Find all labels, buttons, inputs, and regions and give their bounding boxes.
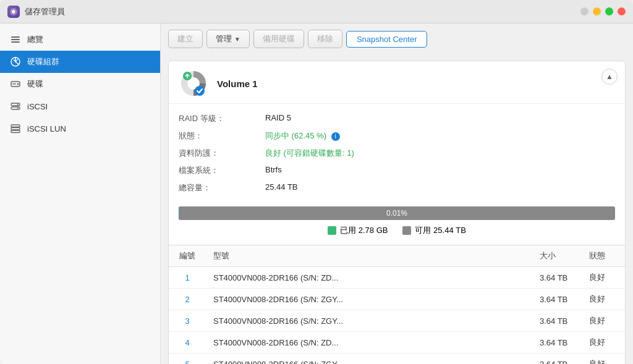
card-container: Volume 1 ▲ RAID 等級： RAID 5 狀態： 同步中 (62.4…	[161, 54, 633, 364]
progress-label: 0.01%	[386, 209, 407, 218]
status-label: 狀態：	[179, 127, 265, 145]
total-value: 25.44 TB	[265, 179, 615, 197]
th-size: 大小	[532, 245, 582, 267]
card-expand-button[interactable]: ▲	[601, 69, 618, 85]
remove-button[interactable]: 移除	[308, 30, 342, 48]
svg-point-7	[17, 83, 19, 85]
sidebar-label-disk-group: 硬碟組群	[27, 56, 59, 67]
sidebar-item-overview[interactable]: 總覽	[0, 28, 160, 51]
data-protect-value: 良好 (可容錯硬碟數量: 1)	[265, 145, 615, 162]
toolbar: 建立 管理 ▼ 備用硬碟 移除 Snapshot Center	[161, 23, 633, 54]
volume-title: Volume 1	[217, 78, 258, 89]
traffic-lights	[580, 7, 626, 15]
disk-size-3: 3.64 TB	[532, 310, 582, 332]
content-area: 建立 管理 ▼ 備用硬碟 移除 Snapshot Center	[161, 23, 633, 364]
progress-fill	[179, 206, 179, 220]
disk-model-5: ST4000VN008-2DR166 (S/N: ZGY...	[206, 353, 532, 365]
disk-table-wrapper: 編號 型號 大小 狀態 1 ST4000VN008-2DR166 (S/N: Z…	[169, 245, 625, 364]
create-button[interactable]: 建立	[168, 30, 203, 48]
disk-num-1: 1	[169, 267, 206, 289]
card-header: Volume 1 ▲	[169, 61, 625, 104]
raid-label: RAID 等級：	[179, 110, 265, 127]
main-layout: 總覽 硬碟組群	[0, 23, 633, 364]
data-protect-label: 資料防護：	[179, 145, 265, 162]
progress-bar: 0.01%	[179, 206, 615, 220]
manage-button[interactable]: 管理 ▼	[206, 30, 250, 48]
table-header-row: 編號 型號 大小 狀態	[169, 245, 625, 267]
sidebar-item-disk[interactable]: 硬碟	[0, 73, 160, 95]
tl-gray[interactable]	[580, 7, 588, 15]
spare-button[interactable]: 備用硬碟	[253, 30, 304, 48]
volume-icon	[179, 69, 208, 98]
fs-value: Btrfs	[265, 162, 615, 179]
svg-point-11	[17, 104, 19, 105]
svg-rect-4	[11, 41, 20, 43]
table-row: 2 ST4000VN008-2DR166 (S/N: ZGY... 3.64 T…	[169, 289, 625, 310]
legend: 已用 2.78 GB 可用 25.44 TB	[179, 220, 615, 239]
disk-num-4: 4	[169, 332, 206, 353]
title-bar: 儲存管理員	[0, 0, 633, 23]
svg-point-1	[12, 11, 15, 13]
raid-value: RAID 5	[265, 110, 615, 127]
sidebar-label-iscsi-lun: iSCSI LUN	[27, 124, 66, 133]
chevron-up-icon: ▲	[606, 72, 613, 81]
svg-rect-3	[11, 39, 20, 40]
th-num: 編號	[169, 245, 206, 267]
sidebar-item-iscsi[interactable]: iSCSI	[0, 95, 160, 117]
disk-link-3[interactable]: 3	[185, 316, 189, 326]
app-icon	[7, 6, 20, 18]
used-label: 已用 2.78 GB	[340, 225, 388, 236]
svg-rect-13	[11, 125, 20, 127]
disk-link-5[interactable]: 5	[185, 360, 189, 365]
manage-chevron: ▼	[234, 36, 240, 43]
iscsi-icon	[10, 101, 21, 112]
tl-yellow[interactable]	[593, 7, 601, 15]
used-color-dot	[328, 226, 336, 235]
volume-card: Volume 1 ▲ RAID 等級： RAID 5 狀態： 同步中 (62.4…	[168, 61, 626, 364]
iscsi-lun-icon	[10, 123, 21, 134]
manage-label: 管理	[216, 33, 232, 44]
tl-green[interactable]	[605, 7, 613, 15]
sidebar-item-disk-group[interactable]: 硬碟組群	[0, 51, 160, 73]
disk-link-1[interactable]: 1	[185, 273, 189, 282]
disk-link-4[interactable]: 4	[185, 338, 189, 347]
window-title: 儲存管理員	[25, 6, 580, 17]
info-icon[interactable]: i	[331, 132, 340, 141]
disk-size-1: 3.64 TB	[532, 267, 582, 289]
th-status: 狀態	[582, 245, 625, 267]
disk-model-2: ST4000VN008-2DR166 (S/N: ZGY...	[206, 289, 532, 310]
svg-rect-8	[12, 83, 16, 85]
legend-avail: 可用 25.44 TB	[402, 225, 465, 236]
disk-group-icon	[10, 56, 21, 67]
th-model: 型號	[206, 245, 532, 267]
disk-num-3: 3	[169, 310, 206, 332]
svg-rect-15	[11, 130, 20, 133]
disk-status-4: 良好	[582, 332, 625, 353]
disk-icon	[10, 78, 21, 90]
legend-used: 已用 2.78 GB	[328, 225, 388, 236]
disk-num-2: 2	[169, 289, 206, 310]
sidebar-item-iscsi-lun[interactable]: iSCSI LUN	[0, 117, 160, 140]
progress-section: 0.01% 已用 2.78 GB 可用 25.44 TB	[169, 203, 625, 245]
snapshot-center-button[interactable]: Snapshot Center	[346, 31, 428, 48]
table-row: 5 ST4000VN008-2DR166 (S/N: ZGY... 3.64 T…	[169, 353, 625, 365]
info-grid: RAID 等級： RAID 5 狀態： 同步中 (62.45 %) i 資料防護…	[169, 104, 625, 203]
disk-size-2: 3.64 TB	[532, 289, 582, 310]
disk-status-2: 良好	[582, 289, 625, 310]
disk-model-3: ST4000VN008-2DR166 (S/N: ZGY...	[206, 310, 532, 332]
disk-size-4: 3.64 TB	[532, 332, 582, 353]
total-label: 總容量：	[179, 179, 265, 197]
disk-status-5: 良好	[582, 353, 625, 365]
fs-label: 檔案系統：	[179, 162, 265, 179]
disk-size-5: 3.64 TB	[532, 353, 582, 365]
table-row: 3 ST4000VN008-2DR166 (S/N: ZGY... 3.64 T…	[169, 310, 625, 332]
disk-table: 編號 型號 大小 狀態 1 ST4000VN008-2DR166 (S/N: Z…	[169, 245, 625, 364]
disk-model-4: ST4000VN008-2DR166 (S/N: ZD...	[206, 332, 532, 353]
svg-point-12	[17, 108, 19, 109]
tl-red[interactable]	[618, 7, 626, 15]
sidebar-label-disk: 硬碟	[27, 78, 43, 90]
sidebar-label-overview: 總覽	[27, 34, 43, 45]
disk-link-2[interactable]: 2	[185, 295, 189, 304]
avail-color-dot	[402, 226, 411, 235]
status-value: 同步中 (62.45 %) i	[265, 127, 615, 145]
